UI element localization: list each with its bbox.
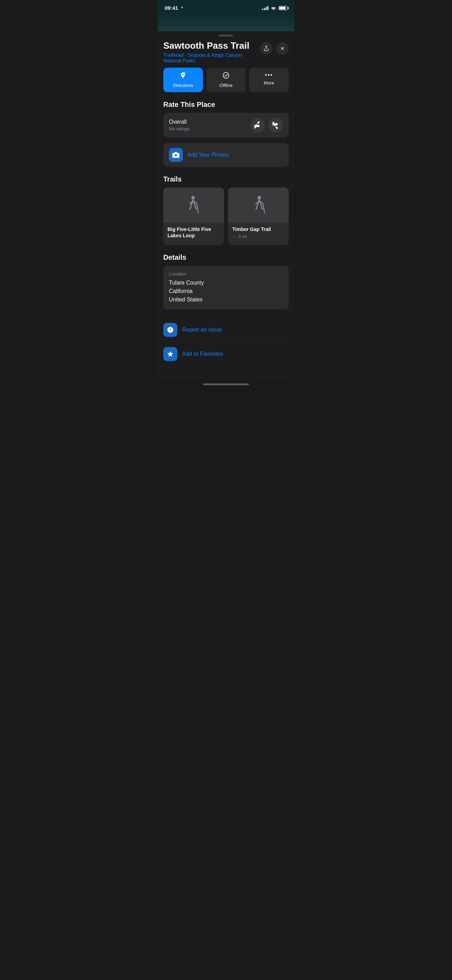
overall-label: Overall [169,119,189,125]
add-favorites-label: Add to Favorites [182,351,223,357]
detail-sheet: Sawtooth Pass Trail Trailhead · Sequoia … [158,31,294,380]
trails-grid: Big Five-Little Five Lakes Loop Timber G [163,188,289,245]
report-issue-item[interactable]: Report an Issue [163,318,289,342]
share-icon [264,46,269,51]
trail-card-1[interactable]: Big Five-Little Five Lakes Loop [163,188,224,245]
camera-icon [172,151,180,159]
location-line-1: Tulare County [169,278,283,287]
trail-name-2: Timber Gap Trail [232,226,285,232]
svg-line-6 [263,203,264,213]
hiker-icon-2 [250,195,267,215]
svg-point-1 [223,72,229,78]
trail-image-2 [228,188,289,223]
share-button[interactable] [260,42,272,55]
place-subtitle: Trailhead · Sequoia & Kings Canyon Natio… [163,52,256,64]
location-arrow-icon [180,6,185,10]
distance-value: 3 mi [238,234,247,239]
add-photos-label: Add Your Photos [187,152,229,158]
directions-button[interactable]: Directions [163,68,203,92]
more-button[interactable]: ••• More [249,68,289,92]
svg-point-5 [258,196,261,199]
wifi-icon [271,6,277,10]
directions-label: Directions [173,83,193,88]
rating-buttons [250,118,283,132]
star-icon [167,350,174,358]
status-bar: 09:41 [158,0,294,14]
header-actions [260,42,289,55]
distance-arrow-icon: ↔ [232,234,237,239]
hiker-icon-1 [185,195,202,215]
place-title: Sawtooth Pass Trail [163,41,256,51]
thumbs-up-button[interactable] [250,118,265,132]
no-ratings-text: No ratings [169,126,189,131]
trails-title: Trails [163,175,289,183]
header-text: Sawtooth Pass Trail Trailhead · Sequoia … [163,41,256,64]
action-buttons-row: Directions Offline ••• More [163,68,289,92]
sheet-header: Sawtooth Pass Trail Trailhead · Sequoia … [163,39,289,68]
svg-line-4 [197,203,198,213]
location-line-3: United States [169,296,283,304]
details-title: Details [163,253,289,261]
sheet-handle [163,31,289,39]
checkmark-icon [223,72,229,79]
offline-label: Offline [220,83,232,88]
location-line-2: California [169,287,283,296]
more-dots-icon: ••• [265,72,273,78]
home-indicator [203,383,249,385]
trail-info-2: Timber Gap Trail ↔ 3 mi [228,223,289,244]
status-left: 09:41 [165,5,185,11]
battery-icon [279,6,287,10]
report-icon-wrap [163,323,177,337]
offline-icon [223,72,229,81]
thumbs-down-icon [272,121,280,129]
more-label: More [264,80,274,86]
directions-icon [180,72,186,81]
offline-button[interactable]: Offline [206,68,246,92]
trails-section: Trails [163,175,289,245]
status-right [262,6,287,10]
close-icon [280,46,285,51]
details-card: Location Tulare County California United… [163,266,289,310]
thumbs-up-icon [254,121,261,129]
time-display: 09:41 [165,5,178,11]
bottom-bar [158,380,294,388]
svg-point-3 [191,196,195,199]
directions-arrow-icon [180,72,186,79]
trail-distance-2: ↔ 3 mi [232,234,285,239]
details-section: Details Location Tulare County Californi… [163,253,289,310]
camera-icon-wrap [169,148,183,162]
signal-icon [262,6,268,10]
thumbs-down-button[interactable] [268,118,283,132]
report-issue-label: Report an Issue [182,327,222,333]
trail-info-1: Big Five-Little Five Lakes Loop [163,223,224,245]
add-photos-card[interactable]: Add Your Photos [163,143,289,167]
close-button[interactable] [276,42,289,55]
rate-section-title: Rate This Place [163,100,289,109]
trail-name-1: Big Five-Little Five Lakes Loop [167,226,220,239]
trail-card-2[interactable]: Timber Gap Trail ↔ 3 mi [228,188,289,245]
favorites-icon-wrap [163,347,177,361]
location-label: Location [169,271,283,277]
location-value: Tulare County California United States [169,278,283,304]
drag-handle[interactable] [219,35,233,37]
map-background [158,14,294,31]
svg-point-2 [175,154,177,156]
place-type: Trailhead [163,52,184,58]
rating-card: Overall No ratings [163,113,289,137]
trail-image-1 [163,188,224,223]
report-icon [167,326,174,333]
add-favorites-item[interactable]: Add to Favorites [163,342,289,366]
